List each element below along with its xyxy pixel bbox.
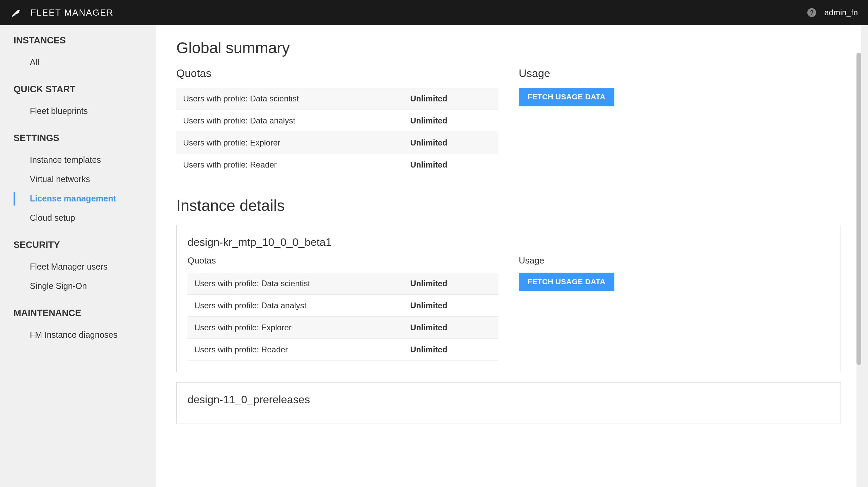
sidebar-item-label: Instance templates bbox=[30, 155, 101, 164]
table-row: Users with profile: Reader Unlimited bbox=[188, 339, 498, 361]
fetch-usage-data-button[interactable]: FETCH USAGE DATA bbox=[519, 88, 614, 106]
global-summary-row: Quotas Users with profile: Data scientis… bbox=[176, 67, 841, 176]
page-title: Global summary bbox=[176, 39, 841, 57]
quota-value: Unlimited bbox=[403, 339, 498, 361]
instance-row: Quotas Users with profile: Data scientis… bbox=[188, 255, 830, 361]
sidebar-item-instance-templates[interactable]: Instance templates bbox=[14, 150, 156, 170]
quotas-heading: Quotas bbox=[176, 67, 498, 80]
table-row: Users with profile: Explorer Unlimited bbox=[188, 317, 498, 339]
sidebar-item-label: All bbox=[30, 57, 39, 67]
quota-value: Unlimited bbox=[403, 132, 498, 154]
table-row: Users with profile: Data analyst Unlimit… bbox=[176, 110, 498, 132]
top-bar: FLEET MANAGER ? admin_fn bbox=[0, 0, 868, 25]
quota-label: Users with profile: Data analyst bbox=[188, 295, 403, 317]
instance-quotas-heading: Quotas bbox=[188, 255, 498, 266]
quota-value: Unlimited bbox=[403, 88, 498, 110]
table-row: Users with profile: Reader Unlimited bbox=[176, 154, 498, 176]
app-title: FLEET MANAGER bbox=[31, 7, 114, 18]
sidebar-item-license-management[interactable]: License management bbox=[14, 189, 156, 208]
sidebar-item-label: Fleet blueprints bbox=[30, 106, 88, 116]
instance-quotas-column: Quotas Users with profile: Data scientis… bbox=[188, 255, 498, 361]
quota-value: Unlimited bbox=[403, 154, 498, 176]
sidebar-item-label: License management bbox=[30, 194, 116, 203]
table-row: Users with profile: Data scientist Unlim… bbox=[188, 273, 498, 295]
sidebar-item-label: Single Sign-On bbox=[30, 281, 87, 291]
instance-card: design-kr_mtp_10_0_0_beta1 Quotas Users … bbox=[176, 225, 841, 372]
sidebar-item-label: Cloud setup bbox=[30, 213, 75, 222]
quota-label: Users with profile: Reader bbox=[188, 339, 403, 361]
quota-value: Unlimited bbox=[403, 317, 498, 339]
content-area: Global summary Quotas Users with profile… bbox=[156, 25, 861, 487]
sidebar-section-settings: SETTINGS Instance templates Virtual netw… bbox=[14, 133, 156, 228]
table-row: Users with profile: Data analyst Unlimit… bbox=[188, 295, 498, 317]
sidebar-section-security: SECURITY Fleet Manager users Single Sign… bbox=[14, 240, 156, 296]
sidebar-section-quickstart: QUICK START Fleet blueprints bbox=[14, 84, 156, 121]
instance-usage-column: Usage FETCH USAGE DATA bbox=[519, 255, 830, 361]
fetch-usage-data-button[interactable]: FETCH USAGE DATA bbox=[519, 273, 614, 291]
usage-heading: Usage bbox=[519, 67, 841, 80]
sidebar-section-header: SETTINGS bbox=[14, 133, 156, 143]
quota-label: Users with profile: Data scientist bbox=[188, 273, 403, 295]
usage-column: Usage FETCH USAGE DATA bbox=[519, 67, 841, 176]
sidebar-item-label: Virtual networks bbox=[30, 174, 90, 184]
quota-value: Unlimited bbox=[403, 295, 498, 317]
sidebar-item-cloud-setup[interactable]: Cloud setup bbox=[14, 208, 156, 228]
quota-label: Users with profile: Explorer bbox=[188, 317, 403, 339]
sidebar-section-header: SECURITY bbox=[14, 240, 156, 250]
sidebar-item-single-sign-on[interactable]: Single Sign-On bbox=[14, 276, 156, 296]
sidebar-item-fleet-manager-users[interactable]: Fleet Manager users bbox=[14, 257, 156, 276]
top-bar-left: FLEET MANAGER bbox=[10, 6, 114, 19]
scrollbar-track[interactable] bbox=[856, 53, 861, 487]
table-row: Users with profile: Explorer Unlimited bbox=[176, 132, 498, 154]
scrollbar-thumb[interactable] bbox=[856, 53, 861, 365]
sidebar-section-instances: INSTANCES All bbox=[14, 35, 156, 72]
sidebar-item-label: FM Instance diagnoses bbox=[30, 330, 117, 339]
help-icon[interactable]: ? bbox=[807, 8, 816, 17]
sidebar-section-header: MAINTENANCE bbox=[14, 308, 156, 318]
instance-card: design-11_0_prereleases bbox=[176, 382, 841, 424]
instance-quota-table: Users with profile: Data scientist Unlim… bbox=[188, 273, 498, 361]
quota-label: Users with profile: Reader bbox=[176, 154, 403, 176]
table-row: Users with profile: Data scientist Unlim… bbox=[176, 88, 498, 110]
sidebar-item-all[interactable]: All bbox=[14, 53, 156, 72]
sidebar-section-header: INSTANCES bbox=[14, 35, 156, 46]
sidebar-item-fm-instance-diagnoses[interactable]: FM Instance diagnoses bbox=[14, 325, 156, 345]
sidebar-item-label: Fleet Manager users bbox=[30, 262, 107, 271]
sidebar-section-header: QUICK START bbox=[14, 84, 156, 95]
bird-logo-icon bbox=[10, 6, 22, 19]
quota-value: Unlimited bbox=[403, 273, 498, 295]
instance-name: design-kr_mtp_10_0_0_beta1 bbox=[188, 236, 830, 249]
user-label[interactable]: admin_fn bbox=[824, 8, 858, 17]
instance-name: design-11_0_prereleases bbox=[188, 393, 830, 406]
global-quota-table: Users with profile: Data scientist Unlim… bbox=[176, 88, 498, 176]
quota-value: Unlimited bbox=[403, 110, 498, 132]
main-container: INSTANCES All QUICK START Fleet blueprin… bbox=[0, 25, 868, 487]
sidebar-item-virtual-networks[interactable]: Virtual networks bbox=[14, 170, 156, 189]
sidebar-item-fleet-blueprints[interactable]: Fleet blueprints bbox=[14, 101, 156, 121]
sidebar: INSTANCES All QUICK START Fleet blueprin… bbox=[0, 25, 156, 487]
instance-details-title: Instance details bbox=[176, 196, 841, 215]
sidebar-section-maintenance: MAINTENANCE FM Instance diagnoses bbox=[14, 308, 156, 345]
quota-label: Users with profile: Data scientist bbox=[176, 88, 403, 110]
quota-label: Users with profile: Explorer bbox=[176, 132, 403, 154]
quota-label: Users with profile: Data analyst bbox=[176, 110, 403, 132]
top-bar-right: ? admin_fn bbox=[807, 8, 858, 17]
quotas-column: Quotas Users with profile: Data scientis… bbox=[176, 67, 498, 176]
instance-usage-heading: Usage bbox=[519, 255, 830, 266]
